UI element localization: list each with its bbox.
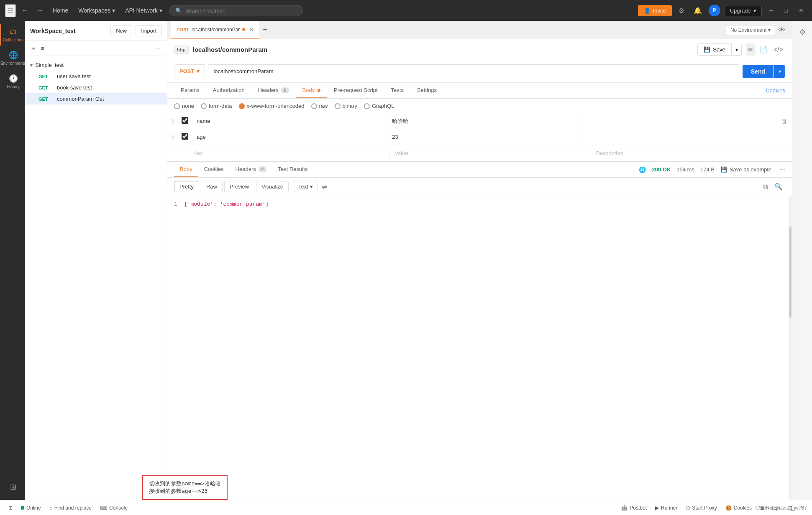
radio-none[interactable]: none: [174, 103, 194, 109]
send-button[interactable]: Send: [743, 65, 774, 78]
save-button[interactable]: 💾 Save: [697, 43, 732, 56]
response-more-icon[interactable]: ···: [780, 166, 785, 173]
param-value-age[interactable]: [387, 130, 582, 143]
method-select[interactable]: POST ▾: [174, 64, 205, 78]
environment-eye-button[interactable]: 👁: [775, 25, 789, 36]
runner-button[interactable]: ▶ Runner: [652, 503, 681, 512]
res-tab-test-results[interactable]: Test Results: [272, 162, 314, 177]
text-format-select[interactable]: Text ▾: [294, 181, 318, 192]
save-dropdown-button[interactable]: ▾: [732, 44, 742, 56]
param-checkbox-age[interactable]: [182, 133, 188, 140]
cookies-bottom-button[interactable]: 🍪 Cookies: [722, 503, 755, 512]
api-network-menu[interactable]: API Network ▾: [122, 7, 166, 14]
postbot-button[interactable]: 🤖 Postbot: [618, 503, 650, 512]
invite-button[interactable]: 👤 Invite: [638, 5, 672, 16]
radio-form-data[interactable]: form-data: [201, 103, 232, 109]
send-dropdown-button[interactable]: ▾: [774, 65, 785, 78]
close-button[interactable]: ✕: [795, 5, 807, 15]
param-key-name[interactable]: [192, 115, 387, 127]
tab-headers[interactable]: Headers 8: [251, 83, 296, 98]
param-checkbox-name[interactable]: [182, 117, 188, 124]
start-proxy-button[interactable]: ⬡ Start Proxy: [682, 503, 720, 512]
code-icon-button[interactable]: </>: [771, 43, 785, 56]
copy-button[interactable]: ⧉: [761, 181, 770, 192]
tab-close-icon[interactable]: ✕: [249, 27, 254, 33]
back-button[interactable]: ←: [19, 5, 31, 16]
sidebar-item-collections-extra[interactable]: ⊞: [0, 479, 25, 495]
new-tab-button[interactable]: +: [259, 25, 271, 34]
param-desc-name[interactable]: [582, 115, 777, 127]
scrollbar-thumb[interactable]: [789, 227, 792, 318]
home-link[interactable]: Home: [49, 7, 72, 14]
console-button[interactable]: ⌨ Console: [97, 503, 131, 512]
radio-graphql[interactable]: GraphQL: [364, 103, 394, 109]
radio-binary[interactable]: binary: [335, 103, 357, 109]
save-as-example-button[interactable]: 💾 Save as example: [720, 166, 771, 173]
find-replace-button[interactable]: ⌕ Find and replace: [46, 503, 95, 512]
env-selector[interactable]: No Environment ▾: [726, 25, 775, 35]
add-collection-button[interactable]: +: [30, 43, 36, 53]
online-status-button[interactable]: Online: [18, 503, 44, 512]
find-replace-label: Find and replace: [54, 505, 92, 511]
param-key-age[interactable]: [192, 130, 387, 143]
maximize-button[interactable]: □: [781, 5, 791, 15]
workspace-name: WorkSpace_test: [30, 28, 107, 34]
radio-x-www-form-urlencoded[interactable]: x-www-form-urlencoded: [239, 103, 305, 109]
globe-icon[interactable]: 🌐: [639, 166, 646, 173]
bell-icon[interactable]: 🔔: [691, 5, 704, 16]
env-selector-label: No Environment: [730, 27, 766, 33]
search-bar[interactable]: 🔍 Search Postman: [169, 5, 303, 16]
menu-icon[interactable]: ☰: [5, 4, 16, 17]
sidebar-item-history[interactable]: 🕐 History: [0, 71, 25, 92]
tab-authorization[interactable]: Authorization: [206, 83, 251, 98]
avatar-icon[interactable]: P: [709, 5, 720, 16]
param-empty-description[interactable]: Description: [591, 147, 792, 160]
param-empty-key[interactable]: Key: [188, 147, 389, 160]
tab-body[interactable]: Body: [296, 83, 327, 98]
request-book-save-test[interactable]: GET book save test: [25, 82, 167, 93]
view-visualize-button[interactable]: Visualize: [256, 181, 289, 192]
url-input[interactable]: [208, 64, 739, 78]
cookies-link[interactable]: Cookies: [766, 87, 785, 94]
param-desc-age[interactable]: [582, 130, 777, 143]
res-tab-body[interactable]: Body: [174, 162, 198, 177]
minimize-button[interactable]: ─: [766, 5, 777, 15]
collection-simple-test[interactable]: ▾ Simple_test: [25, 59, 167, 71]
view-pretty-button[interactable]: Pretty: [174, 181, 199, 192]
drag-handle-icon-2[interactable]: ⠿: [167, 134, 178, 140]
tab-params[interactable]: Params: [174, 83, 206, 98]
search-response-button[interactable]: 🔍: [772, 181, 785, 192]
res-tab-headers[interactable]: Headers 4: [230, 162, 272, 177]
tab-settings[interactable]: Settings: [410, 83, 443, 98]
param-value-name[interactable]: [387, 115, 582, 127]
sidebar-toggle-button[interactable]: ⊞: [5, 503, 16, 512]
delete-param-age-button[interactable]: 🗑: [777, 133, 792, 140]
sort-icon[interactable]: ≡: [40, 43, 46, 53]
import-button[interactable]: Import: [136, 25, 162, 36]
sidebar-settings-icon[interactable]: ⚙: [796, 24, 809, 40]
word-wrap-button[interactable]: ⇌: [319, 181, 330, 192]
view-raw-button[interactable]: Raw: [201, 181, 223, 192]
edit-icon-button[interactable]: ✏: [746, 43, 756, 56]
workspaces-menu[interactable]: Workspaces ▾: [75, 7, 118, 14]
drag-handle-icon[interactable]: ⠿: [167, 118, 178, 125]
sidebar-item-environments[interactable]: 🌐 Environments: [0, 47, 25, 69]
vertical-scrollbar[interactable]: [789, 196, 792, 500]
docs-icon-button[interactable]: 📄: [757, 43, 770, 56]
request-commonparam-get[interactable]: GET commonParam Get: [25, 93, 167, 105]
upgrade-button[interactable]: Upgrade ▾: [725, 5, 762, 16]
sidebar-item-collections[interactable]: 🗂 Collections: [0, 24, 25, 46]
res-tab-cookies[interactable]: Cookies: [198, 162, 230, 177]
radio-raw[interactable]: raw: [311, 103, 328, 109]
forward-button[interactable]: →: [34, 5, 46, 16]
request-user-save-test[interactable]: GET user save test: [25, 71, 167, 82]
view-preview-button[interactable]: Preview: [224, 181, 254, 192]
settings-icon[interactable]: ⚙: [676, 5, 687, 16]
more-options-button[interactable]: ···: [154, 43, 162, 53]
delete-param-name-button[interactable]: 🗑: [777, 117, 792, 125]
active-tab[interactable]: POST localhost/commonPar ✕: [171, 21, 259, 39]
tab-pre-request[interactable]: Pre-request Script: [327, 83, 384, 98]
param-empty-value[interactable]: Value: [389, 147, 590, 160]
tab-tests[interactable]: Tests: [384, 83, 410, 98]
new-button[interactable]: New: [110, 25, 132, 36]
